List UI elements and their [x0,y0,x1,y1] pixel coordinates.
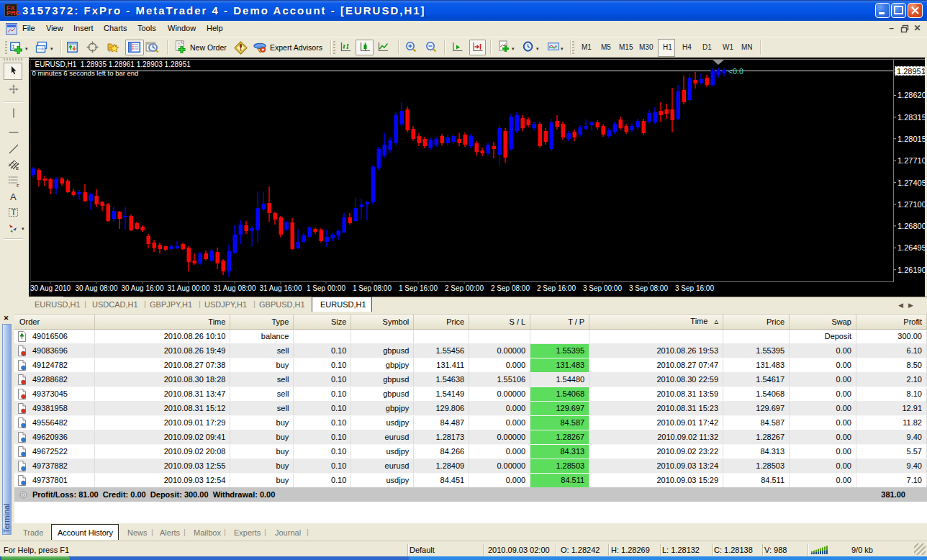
svg-text:3 Sep 00:00: 3 Sep 00:00 [583,284,622,292]
svg-text:30 Aug 08:00: 30 Aug 08:00 [76,284,118,292]
svg-text:1.28951: 1.28951 [897,67,925,76]
svg-text:3 Sep 16:00: 3 Sep 16:00 [675,284,714,292]
svg-text:EURUSD,H1 1.28935 1.28961 1.2: EURUSD,H1 1.28935 1.28961 1.28903 1.2895… [35,60,191,68]
svg-text:3 Sep 08:00: 3 Sep 08:00 [629,284,668,292]
svg-text:1.28315: 1.28315 [897,113,925,122]
svg-text:1.28015: 1.28015 [897,135,925,143]
svg-text:2 Sep 08:00: 2 Sep 08:00 [491,284,530,292]
svg-text:30 Aug 16:00: 30 Aug 16:00 [122,284,164,292]
svg-text:31 Aug 00:00: 31 Aug 00:00 [168,284,210,292]
svg-text:31 Aug 08:00: 31 Aug 08:00 [214,284,256,292]
svg-text:1.26495: 1.26495 [897,243,925,252]
svg-text:1.28620: 1.28620 [897,91,925,99]
svg-text:0 minutes 6 seconds left to ba: 0 minutes 6 seconds left to bar end [32,69,139,77]
svg-text:<0.0: <0.0 [728,67,743,76]
svg-text:A: A [10,191,17,202]
svg-text:F: F [17,184,19,188]
svg-text:1 Sep 16:00: 1 Sep 16:00 [399,284,438,292]
svg-text:1.27710: 1.27710 [897,156,925,165]
svg-text:T: T [12,208,17,217]
svg-text:2 Sep 16:00: 2 Sep 16:00 [537,284,576,292]
svg-text:1.26800: 1.26800 [897,222,925,230]
svg-text:1.27405: 1.27405 [897,179,925,187]
svg-text:1.26190: 1.26190 [897,266,925,274]
svg-text:1.27100: 1.27100 [897,200,925,209]
svg-text:30 Aug 2010: 30 Aug 2010 [30,284,71,292]
svg-text:31 Aug 16:00: 31 Aug 16:00 [260,284,302,292]
svg-text:1 Sep 00:00: 1 Sep 00:00 [307,284,345,292]
svg-text:2 Sep 00:00: 2 Sep 00:00 [445,284,484,292]
svg-text:E: E [16,166,19,171]
svg-text:1 Sep 08:00: 1 Sep 08:00 [353,284,392,292]
